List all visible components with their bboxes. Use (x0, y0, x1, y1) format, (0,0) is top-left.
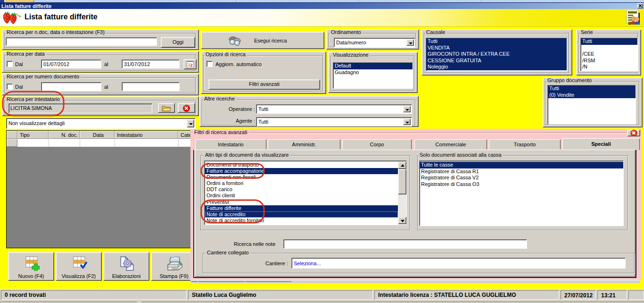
svg-text:2: 2 (190, 63, 192, 67)
